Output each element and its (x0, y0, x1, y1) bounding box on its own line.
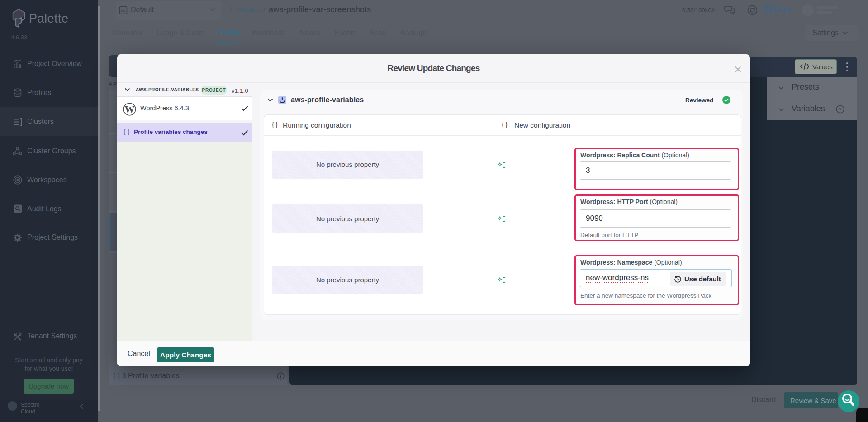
svg-text:?: ? (839, 107, 841, 112)
svg-text:W: W (125, 104, 135, 115)
